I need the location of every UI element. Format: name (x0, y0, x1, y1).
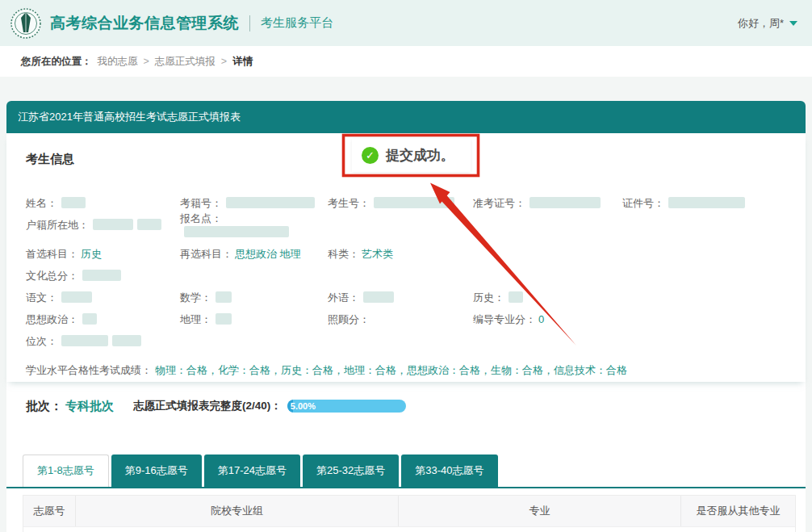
field-label: 文化总分： (26, 270, 78, 282)
success-message-box: ✓ 提交成功。 (352, 139, 471, 172)
info-field: 首选科目：历史 (26, 247, 180, 262)
progress-percent-text: 5.00% (291, 401, 316, 412)
candidate-info-grid: 姓名：考籍号：考生号：准考证号：证件号：户籍所在地：报名点：首选科目：历史再选科… (26, 192, 786, 352)
redacted-value (226, 197, 315, 208)
field-label: 准考证号： (473, 197, 525, 209)
field-label: 再选科目： (180, 248, 232, 260)
tab-第1-8志愿号[interactable]: 第1-8志愿号 (23, 455, 109, 487)
info-field: 姓名： (26, 196, 180, 211)
redacted-value (93, 219, 133, 230)
tab-第17-24志愿号[interactable]: 第17-24志愿号 (204, 455, 300, 487)
redacted-value (529, 197, 601, 208)
redacted-value (216, 291, 232, 303)
redacted-value (82, 270, 121, 281)
table-row (23, 526, 795, 532)
progress-bar: 5.00% (287, 400, 406, 413)
volunteer-tabs: 第1-8志愿号第9-16志愿号第17-24志愿号第25-32志愿号第33-40志… (23, 455, 806, 487)
redacted-value (509, 291, 523, 303)
info-field: 外语： (328, 291, 473, 305)
table-header-row: 志愿号院校专业组专业是否服从其他专业 (23, 496, 795, 526)
table-column-header: 是否服从其他专业 (680, 496, 795, 526)
success-message: 提交成功。 (386, 146, 454, 165)
redacted-value (216, 313, 232, 325)
field-label: 照顾分： (328, 313, 370, 325)
table-column-header: 志愿号 (23, 496, 75, 526)
breadcrumb-item: 详情 (232, 55, 253, 69)
tab-第25-32志愿号[interactable]: 第25-32志愿号 (303, 455, 399, 487)
field-label: 数学： (180, 291, 211, 304)
info-field: 证件号： (622, 196, 786, 211)
tabs-underline (6, 487, 806, 488)
chevron-down-icon (789, 21, 797, 26)
field-label: 历史： (473, 291, 504, 304)
field-label: 语文： (26, 291, 57, 304)
app-header: 高考综合业务信息管理系统 考生服务平台 你好，周* (0, 0, 812, 46)
breadcrumb-item[interactable]: 我的志愿 (98, 55, 138, 69)
field-value: 思想政治 地理 (235, 248, 301, 260)
info-field: 文化总分： (26, 269, 180, 283)
table-column-header: 院校专业组 (75, 496, 398, 526)
qualification-values: 物理：合格，化学：合格，历史：合格，地理：合格，思想政治：合格，生物：合格，信息… (155, 363, 627, 378)
field-label: 思想政治： (26, 313, 78, 325)
info-field: 位次： (26, 334, 180, 349)
field-value: 艺术类 (362, 248, 393, 260)
info-field: 考籍号： (180, 196, 328, 211)
field-label: 外语： (328, 291, 359, 304)
breadcrumb-prefix: 您所在的位置： (21, 55, 92, 69)
info-field: 地理： (180, 312, 328, 327)
info-field: 编导专业分：0 (473, 312, 622, 327)
info-field: 照顾分： (328, 312, 473, 327)
title-divider (249, 15, 250, 31)
tab-第9-16志愿号[interactable]: 第9-16志愿号 (111, 455, 202, 487)
info-row: 户籍所在地：报名点： (26, 214, 786, 236)
field-label: 证件号： (622, 197, 664, 209)
field-label: 户籍所在地： (26, 219, 89, 231)
info-field: 语文： (26, 291, 180, 305)
field-label: 考籍号： (180, 197, 222, 209)
system-title: 高考综合业务信息管理系统 (50, 13, 239, 34)
info-row: 位次： (26, 330, 786, 352)
redacted-value (137, 219, 161, 230)
field-label: 编导专业分： (473, 313, 536, 325)
breadcrumb: 您所在的位置： 我的志愿>志愿正式填报>详情 (0, 46, 812, 77)
redacted-value (374, 197, 454, 208)
info-field: 科类：艺术类 (328, 247, 473, 262)
breadcrumb-separator: > (221, 56, 227, 67)
field-value: 历史 (81, 248, 102, 260)
redacted-value (112, 335, 141, 346)
info-field: 报名点： (180, 212, 328, 238)
platform-title: 考生服务平台 (261, 15, 333, 31)
info-row: 姓名：考籍号：考生号：准考证号：证件号： (26, 192, 786, 214)
field-label: 姓名： (26, 197, 57, 209)
redacted-value (61, 197, 86, 208)
check-circle-icon: ✓ (362, 147, 379, 164)
volunteer-table: 志愿号院校专业组专业是否服从其他专业 (23, 495, 796, 532)
redacted-value (668, 197, 745, 208)
batch-label: 批次： (26, 399, 62, 414)
batch-row: 批次： 专科批次 志愿正式填报表完整度(2/40)： 5.00% (6, 382, 806, 417)
app-logo-icon (10, 7, 42, 40)
breadcrumb-item[interactable]: 志愿正式填报 (155, 55, 216, 69)
user-menu[interactable]: 你好，周* (738, 16, 797, 31)
main-panel: 江苏省2021年普通高校招生考试志愿正式填报表 考生信息 ✓ 提交成功。 姓名：… (6, 101, 806, 532)
redacted-value (363, 291, 394, 303)
info-field: 考生号： (328, 196, 473, 211)
redacted-value (61, 291, 92, 303)
qualification-label: 学业水平合格性考试成绩： (26, 363, 152, 378)
info-field: 历史： (473, 291, 622, 305)
table-column-header: 专业 (398, 496, 680, 526)
breadcrumb-separator: > (144, 56, 149, 67)
batch-value[interactable]: 专科批次 (65, 399, 114, 414)
breadcrumb-items: 我的志愿>志愿正式填报>详情 (92, 55, 259, 69)
field-value: 0 (538, 313, 544, 325)
info-row: 语文：数学：外语：历史： (26, 287, 786, 308)
qualification-line: 学业水平合格性考试成绩： 物理：合格，化学：合格，历史：合格，地理：合格，思想政… (26, 359, 786, 381)
field-label: 考生号： (328, 197, 370, 209)
field-label: 报名点： (180, 212, 222, 224)
info-field: 准考证号： (473, 196, 622, 211)
panel-body: 考生信息 ✓ 提交成功。 姓名：考籍号：考生号：准考证号：证件号：户籍所在地：报… (6, 133, 806, 532)
panel-title: 江苏省2021年普通高校招生考试志愿正式填报表 (6, 101, 806, 133)
tab-第33-40志愿号[interactable]: 第33-40志愿号 (401, 455, 497, 487)
redacted-value (61, 335, 108, 346)
info-field: 数学： (180, 291, 328, 305)
